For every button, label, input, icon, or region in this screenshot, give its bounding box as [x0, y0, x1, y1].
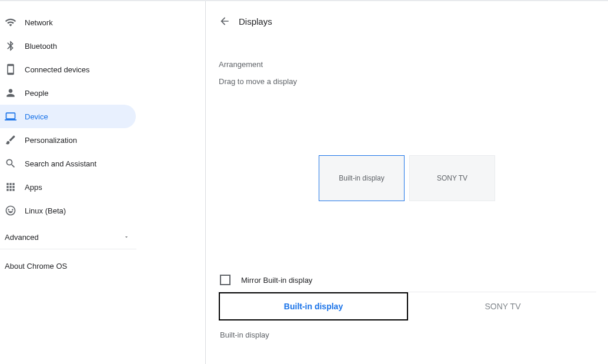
display-sony-tv[interactable]: SONY TV: [409, 155, 495, 201]
nav-label: People: [25, 89, 48, 98]
sidebar-item-linux[interactable]: Linux (Beta): [0, 199, 136, 222]
nav-label: Device: [25, 112, 48, 121]
linux-icon: [5, 205, 16, 216]
laptop-icon: [5, 111, 16, 122]
page-title: Displays: [239, 16, 272, 26]
advanced-toggle[interactable]: Advanced: [0, 226, 136, 249]
sidebar-item-personalization[interactable]: Personalization: [0, 128, 136, 152]
nav-list: Network Bluetooth Connected devices Peop…: [0, 11, 205, 222]
back-button[interactable]: [219, 15, 230, 27]
subsection-title: Built-in display: [219, 330, 595, 339]
nav-label: Personalization: [25, 136, 77, 145]
display-builtin[interactable]: Built-in display: [319, 155, 405, 201]
settings-sidebar: Network Bluetooth Connected devices Peop…: [0, 1, 206, 364]
sidebar-item-bluetooth[interactable]: Bluetooth: [0, 34, 136, 58]
sidebar-item-network[interactable]: Network: [0, 11, 136, 34]
arrangement-area: Built-in display SONY TV: [219, 86, 595, 268]
display-label: SONY TV: [437, 174, 467, 182]
sidebar-item-people[interactable]: People: [0, 81, 136, 105]
content-pane: Displays Arrangement Drag to move a disp…: [206, 1, 608, 364]
arrangement-title: Arrangement: [219, 60, 595, 69]
nav-label: Connected devices: [25, 65, 90, 74]
nav-label: Apps: [25, 183, 42, 192]
mirror-checkbox[interactable]: [220, 275, 230, 285]
tab-label: Built-in display: [284, 302, 343, 311]
wifi-icon: [5, 16, 16, 28]
person-icon: [5, 87, 16, 99]
mirror-row: Mirror Built-in display: [219, 268, 595, 292]
sidebar-item-search-assistant[interactable]: Search and Assistant: [0, 152, 136, 175]
tab-label: SONY TV: [485, 302, 521, 311]
about-label: About Chrome OS: [5, 262, 67, 271]
tab-sony-tv[interactable]: SONY TV: [409, 292, 596, 320]
phone-icon: [5, 64, 16, 75]
chevron-down-icon: [123, 233, 129, 242]
page-header: Displays: [206, 9, 608, 33]
main-content: Arrangement Drag to move a display Built…: [206, 33, 608, 339]
nav-label: Linux (Beta): [25, 206, 66, 215]
sidebar-item-device[interactable]: Device: [0, 105, 136, 128]
arrangement-subtitle: Drag to move a display: [219, 77, 595, 86]
display-label: Built-in display: [339, 174, 384, 182]
about-chrome-os[interactable]: About Chrome OS: [0, 254, 136, 278]
search-icon: [5, 158, 16, 169]
nav-label: Network: [25, 18, 53, 27]
advanced-label: Advanced: [5, 233, 39, 242]
apps-icon: [5, 181, 16, 193]
bluetooth-icon: [5, 40, 16, 52]
display-tabs: Built-in display SONY TV: [218, 292, 596, 320]
sidebar-item-apps[interactable]: Apps: [0, 175, 136, 199]
brush-icon: [5, 134, 16, 146]
sidebar-item-connected-devices[interactable]: Connected devices: [0, 58, 136, 81]
mirror-label: Mirror Built-in display: [241, 276, 312, 285]
tab-builtin-display[interactable]: Built-in display: [219, 292, 408, 320]
nav-label: Search and Assistant: [25, 159, 96, 168]
nav-label: Bluetooth: [25, 42, 57, 51]
